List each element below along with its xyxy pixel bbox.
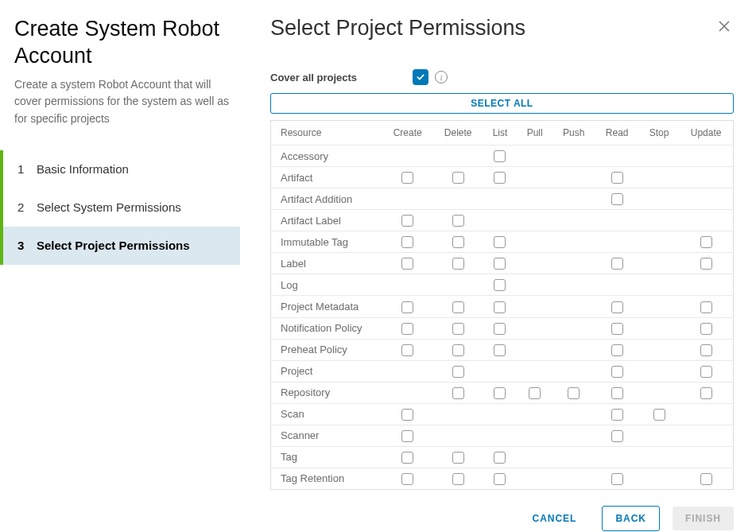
perm-checkbox[interactable] [452, 301, 464, 313]
perm-checkbox[interactable] [700, 301, 712, 313]
perm-cell [483, 231, 518, 253]
back-button[interactable]: BACK [602, 506, 660, 531]
cover-all-projects-checkbox[interactable] [413, 69, 428, 85]
perm-checkbox[interactable] [611, 409, 623, 421]
perm-checkbox[interactable] [700, 366, 712, 378]
perm-checkbox[interactable] [700, 344, 712, 356]
perm-checkbox[interactable] [401, 323, 413, 335]
perm-checkbox[interactable] [494, 258, 506, 270]
perm-checkbox[interactable] [611, 172, 623, 184]
perm-checkbox[interactable] [611, 323, 623, 335]
table-row: Immutable Tag [271, 231, 734, 253]
perm-checkbox[interactable] [611, 366, 623, 378]
perm-checkbox[interactable] [700, 387, 712, 399]
perm-checkbox[interactable] [700, 236, 712, 248]
perm-checkbox[interactable] [494, 279, 506, 291]
perm-cell [483, 360, 518, 382]
perm-cell [595, 210, 639, 231]
perm-checkbox[interactable] [700, 258, 712, 270]
perm-cell [552, 253, 595, 274]
select-all-button[interactable]: SELECT ALL [270, 93, 734, 114]
perm-checkbox[interactable] [401, 301, 413, 313]
perm-checkbox[interactable] [611, 258, 623, 270]
resource-cell: Artifact Label [271, 210, 382, 231]
perm-checkbox[interactable] [494, 150, 506, 162]
perm-checkbox[interactable] [611, 430, 623, 442]
perm-cell [483, 296, 518, 317]
perm-checkbox[interactable] [401, 409, 413, 421]
finish-button[interactable]: FINISH [673, 507, 734, 530]
perm-checkbox[interactable] [494, 452, 506, 464]
table-row: Project Metadata [271, 296, 734, 317]
perm-checkbox[interactable] [494, 323, 506, 335]
perm-checkbox[interactable] [494, 236, 506, 248]
permissions-table: ResourceCreateDeleteListPullPushReadStop… [270, 120, 734, 490]
perm-cell [595, 188, 639, 210]
perm-cell [639, 188, 679, 210]
perm-checkbox[interactable] [494, 301, 506, 313]
perm-cell [517, 382, 552, 403]
info-icon[interactable]: i [435, 71, 448, 83]
perm-cell [679, 253, 733, 274]
perm-checkbox[interactable] [653, 409, 665, 421]
table-row: Artifact Label [271, 210, 734, 231]
perm-cell [595, 296, 639, 317]
perm-checkbox[interactable] [700, 323, 712, 335]
perm-checkbox[interactable] [700, 473, 712, 485]
perm-checkbox[interactable] [401, 344, 413, 356]
perm-checkbox[interactable] [452, 172, 464, 184]
wizard-step-2[interactable]: 2Select System Permissions [0, 188, 240, 227]
perm-checkbox[interactable] [401, 172, 413, 184]
perm-checkbox[interactable] [494, 473, 506, 485]
perm-checkbox[interactable] [568, 387, 580, 399]
perm-checkbox[interactable] [611, 473, 623, 485]
perm-checkbox[interactable] [452, 452, 464, 464]
perm-checkbox[interactable] [401, 473, 413, 485]
step-number: 1 [17, 162, 37, 176]
perm-checkbox[interactable] [452, 387, 464, 399]
perm-cell [595, 274, 639, 296]
perm-checkbox[interactable] [452, 258, 464, 270]
perm-checkbox[interactable] [401, 430, 413, 442]
perm-checkbox[interactable] [611, 301, 623, 313]
perm-checkbox[interactable] [401, 258, 413, 270]
perm-checkbox[interactable] [611, 344, 623, 356]
perm-cell [483, 382, 518, 403]
perm-checkbox[interactable] [494, 344, 506, 356]
resource-cell: Tag [271, 446, 382, 468]
perm-checkbox[interactable] [529, 387, 541, 399]
perm-checkbox[interactable] [494, 172, 506, 184]
perm-cell [552, 317, 595, 339]
perm-cell [552, 274, 595, 296]
perm-checkbox[interactable] [452, 323, 464, 335]
perm-checkbox[interactable] [452, 366, 464, 378]
perm-cell [639, 339, 679, 360]
wizard-step-3[interactable]: 3Select Project Permissions [0, 227, 240, 265]
perm-cell [595, 146, 639, 167]
column-resource: Resource [271, 121, 382, 146]
perm-checkbox[interactable] [401, 452, 413, 464]
wizard-step-1[interactable]: 1Basic Information [0, 150, 240, 188]
perm-checkbox[interactable] [452, 344, 464, 356]
resource-cell: Accessory [271, 146, 382, 167]
table-row: Notification Policy [271, 317, 734, 339]
resource-cell: Immutable Tag [271, 231, 382, 253]
perm-checkbox[interactable] [452, 236, 464, 248]
perm-cell [382, 146, 433, 167]
perm-checkbox[interactable] [452, 215, 464, 227]
perm-checkbox[interactable] [611, 193, 623, 205]
perm-cell [433, 468, 483, 489]
perm-checkbox[interactable] [494, 387, 506, 399]
perm-cell [639, 425, 679, 446]
perm-checkbox[interactable] [611, 387, 623, 399]
perm-cell [679, 425, 733, 446]
perm-cell [433, 425, 483, 446]
perm-checkbox[interactable] [401, 215, 413, 227]
perm-cell [483, 317, 518, 339]
perm-checkbox[interactable] [401, 236, 413, 248]
perm-checkbox[interactable] [452, 473, 464, 485]
close-icon[interactable] [715, 16, 734, 38]
perm-cell [679, 274, 733, 296]
perm-cell [382, 188, 433, 210]
cancel-button[interactable]: CANCEL [520, 507, 590, 530]
